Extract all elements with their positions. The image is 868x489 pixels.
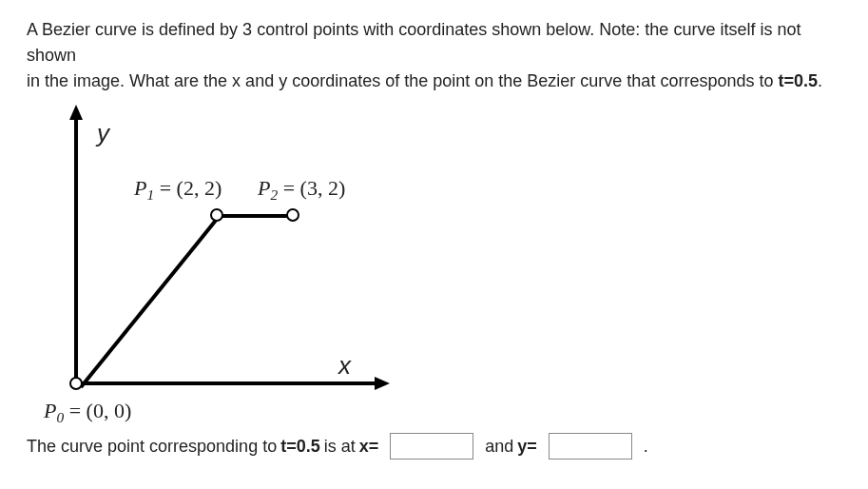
answer-mid1: is at xyxy=(324,437,356,457)
answer-suffix: . xyxy=(644,437,648,457)
question-t-value: t=0.5 xyxy=(778,71,818,90)
y-input[interactable] xyxy=(549,433,632,460)
question-line-2a: in the image. What are the x and y coord… xyxy=(27,71,778,90)
answer-x-label: x= xyxy=(359,437,379,457)
answer-y-label: y= xyxy=(517,437,537,457)
question-line-2c: . xyxy=(818,71,822,90)
answer-t: t=0.5 xyxy=(280,437,320,457)
x-axis-label: x xyxy=(338,351,351,381)
segment-p0-p1 xyxy=(79,219,217,388)
x-axis xyxy=(74,381,378,385)
answer-prefix: The curve point corresponding to xyxy=(27,437,277,457)
answer-mid2: and xyxy=(485,437,513,457)
question-line-1: A Bezier curve is defined by 3 control p… xyxy=(27,20,800,65)
x-input[interactable] xyxy=(390,433,473,460)
x-axis-arrow xyxy=(375,377,390,390)
control-point-p1 xyxy=(210,208,223,222)
control-point-diagram: y x P1 = (2, 2) P2 = (3, 2) P0 = (0, 0) xyxy=(44,108,443,431)
p1-label: P1 = (2, 2) xyxy=(134,176,222,204)
answer-row: The curve point corresponding to t=0.5 i… xyxy=(27,433,841,460)
y-axis-label: y xyxy=(97,119,109,148)
p0-label: P0 = (0, 0) xyxy=(44,399,131,426)
question-text: A Bezier curve is defined by 3 control p… xyxy=(27,17,841,94)
y-axis xyxy=(74,115,78,385)
p2-label: P2 = (3, 2) xyxy=(258,176,345,204)
control-point-p2 xyxy=(286,208,299,222)
segment-p1-p2 xyxy=(222,214,287,218)
control-point-p0 xyxy=(69,377,83,390)
